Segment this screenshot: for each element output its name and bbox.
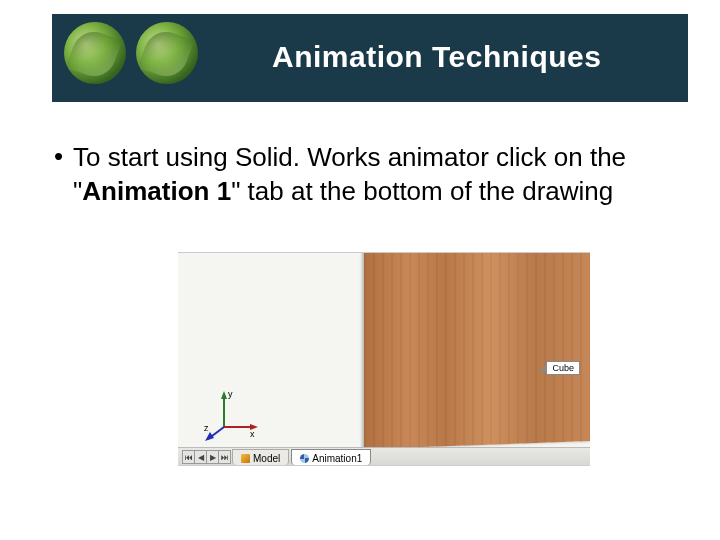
svg-marker-1 (221, 391, 227, 399)
axis-z-label: z (204, 423, 209, 433)
leaf-logo (64, 22, 198, 84)
svg-marker-5 (205, 432, 214, 441)
bullet-item: • To start using Solid. Works animator c… (54, 140, 664, 208)
tab-animation1[interactable]: Animation1 (291, 449, 371, 465)
tab-animation1-label: Animation1 (312, 453, 362, 464)
bullet-text: To start using Solid. Works animator cli… (73, 140, 664, 208)
tab-scroll-last[interactable]: ⏭ (218, 450, 231, 464)
cube-label-flag: Cube (546, 361, 580, 375)
model-wood-panel (364, 252, 590, 449)
tab-model-label: Model (253, 453, 280, 464)
axis-x-label: x (250, 429, 255, 439)
model-tab-icon (241, 454, 250, 463)
tab-scroll-group: ⏮ ◀ ▶ ⏭ (182, 450, 230, 464)
embedded-screenshot: Cube y x z ⏮ ◀ ▶ ⏭ Model Animation1 (178, 252, 590, 466)
leaf-icon (64, 22, 126, 84)
orientation-triad: y x z (204, 385, 260, 441)
slide-title: Animation Techniques (272, 40, 601, 74)
bullet-text-after: " tab at the bottom of the drawing (231, 176, 613, 206)
bullet-text-bold: Animation 1 (82, 176, 231, 206)
axis-y-label: y (228, 389, 233, 399)
tab-bar: ⏮ ◀ ▶ ⏭ Model Animation1 (178, 447, 590, 465)
bullet-marker: • (54, 140, 63, 172)
animation-tab-icon (300, 454, 309, 463)
leaf-icon (136, 22, 198, 84)
slide-header: Animation Techniques (52, 14, 688, 102)
tab-model[interactable]: Model (232, 449, 289, 465)
